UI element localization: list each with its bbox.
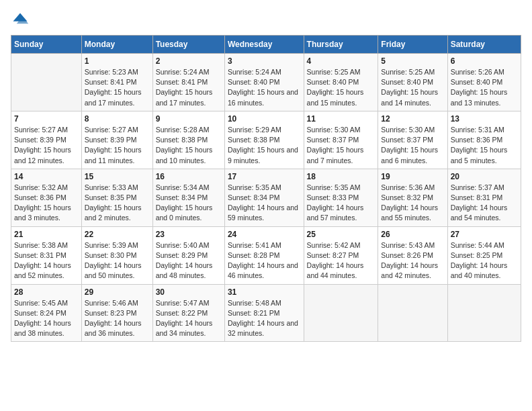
day-number: 6 (451, 56, 518, 66)
calendar-cell: 12Sunrise: 5:30 AMSunset: 8:37 PMDayligh… (378, 111, 447, 169)
calendar-cell: 10Sunrise: 5:29 AMSunset: 8:38 PMDayligh… (224, 111, 304, 169)
day-number: 8 (85, 114, 150, 124)
day-number: 31 (228, 287, 301, 297)
day-info: Sunrise: 5:44 AMSunset: 8:25 PMDaylight:… (451, 240, 518, 281)
day-number: 13 (451, 114, 518, 124)
day-number: 30 (156, 287, 222, 297)
header-cell-friday: Friday (378, 36, 447, 54)
calendar-cell: 29Sunrise: 5:46 AMSunset: 8:23 PMDayligh… (81, 284, 152, 342)
header-cell-monday: Monday (81, 36, 152, 54)
logo (11, 11, 32, 30)
calendar-cell: 5Sunrise: 5:25 AMSunset: 8:40 PMDaylight… (378, 54, 447, 111)
day-info: Sunrise: 5:40 AMSunset: 8:29 PMDaylight:… (156, 240, 222, 281)
calendar-cell (304, 284, 378, 342)
calendar-cell: 9Sunrise: 5:28 AMSunset: 8:38 PMDaylight… (152, 111, 224, 169)
calendar-body: 1Sunrise: 5:23 AMSunset: 8:41 PMDaylight… (11, 54, 521, 342)
calendar-cell: 27Sunrise: 5:44 AMSunset: 8:25 PMDayligh… (447, 226, 521, 284)
day-number: 3 (228, 56, 301, 66)
header-cell-sunday: Sunday (11, 36, 82, 54)
day-info: Sunrise: 5:47 AMSunset: 8:22 PMDaylight:… (156, 298, 222, 339)
calendar-table: SundayMondayTuesdayWednesdayThursdayFrid… (11, 35, 521, 342)
day-number: 27 (451, 230, 518, 239)
week-row-1: 1Sunrise: 5:23 AMSunset: 8:41 PMDaylight… (11, 54, 521, 111)
day-number: 19 (381, 172, 444, 181)
calendar-cell: 24Sunrise: 5:41 AMSunset: 8:28 PMDayligh… (224, 226, 304, 284)
header-cell-tuesday: Tuesday (152, 36, 224, 54)
calendar-cell (378, 284, 447, 342)
day-info: Sunrise: 5:48 AMSunset: 8:21 PMDaylight:… (228, 298, 301, 339)
day-number: 11 (307, 114, 375, 124)
day-info: Sunrise: 5:24 AMSunset: 8:40 PMDaylight:… (228, 67, 301, 108)
calendar-cell: 25Sunrise: 5:42 AMSunset: 8:27 PMDayligh… (304, 226, 378, 284)
day-number: 1 (85, 56, 150, 66)
day-number: 25 (307, 230, 375, 239)
day-info: Sunrise: 5:31 AMSunset: 8:36 PMDaylight:… (451, 125, 518, 166)
calendar-cell: 11Sunrise: 5:30 AMSunset: 8:37 PMDayligh… (304, 111, 378, 169)
calendar-cell: 3Sunrise: 5:24 AMSunset: 8:40 PMDaylight… (224, 54, 304, 111)
calendar-cell: 18Sunrise: 5:35 AMSunset: 8:33 PMDayligh… (304, 169, 378, 226)
calendar-cell: 16Sunrise: 5:34 AMSunset: 8:34 PMDayligh… (152, 169, 224, 226)
header (11, 11, 521, 30)
day-number: 4 (307, 56, 375, 66)
calendar-cell: 6Sunrise: 5:26 AMSunset: 8:40 PMDaylight… (447, 54, 521, 111)
day-info: Sunrise: 5:29 AMSunset: 8:38 PMDaylight:… (228, 125, 301, 166)
calendar-cell: 15Sunrise: 5:33 AMSunset: 8:35 PMDayligh… (81, 169, 152, 226)
calendar-cell: 4Sunrise: 5:25 AMSunset: 8:40 PMDaylight… (304, 54, 378, 111)
day-number: 12 (381, 114, 444, 124)
day-info: Sunrise: 5:30 AMSunset: 8:37 PMDaylight:… (307, 125, 375, 166)
calendar-cell: 28Sunrise: 5:45 AMSunset: 8:24 PMDayligh… (11, 284, 82, 342)
day-info: Sunrise: 5:32 AMSunset: 8:36 PMDaylight:… (14, 183, 79, 224)
week-row-2: 7Sunrise: 5:27 AMSunset: 8:39 PMDaylight… (11, 111, 521, 169)
day-info: Sunrise: 5:42 AMSunset: 8:27 PMDaylight:… (307, 240, 375, 281)
day-number: 20 (451, 172, 518, 181)
day-number: 28 (14, 287, 79, 297)
day-info: Sunrise: 5:45 AMSunset: 8:24 PMDaylight:… (14, 298, 79, 339)
header-row: SundayMondayTuesdayWednesdayThursdayFrid… (11, 36, 521, 54)
day-info: Sunrise: 5:24 AMSunset: 8:41 PMDaylight:… (156, 67, 222, 108)
day-info: Sunrise: 5:28 AMSunset: 8:38 PMDaylight:… (156, 125, 222, 166)
calendar-cell: 30Sunrise: 5:47 AMSunset: 8:22 PMDayligh… (152, 284, 224, 342)
day-number: 15 (85, 172, 150, 181)
calendar-cell: 23Sunrise: 5:40 AMSunset: 8:29 PMDayligh… (152, 226, 224, 284)
day-info: Sunrise: 5:34 AMSunset: 8:34 PMDaylight:… (156, 183, 222, 224)
day-number: 22 (85, 230, 150, 239)
day-number: 26 (381, 230, 444, 239)
week-row-3: 14Sunrise: 5:32 AMSunset: 8:36 PMDayligh… (11, 169, 521, 226)
day-info: Sunrise: 5:27 AMSunset: 8:39 PMDaylight:… (85, 125, 150, 166)
day-info: Sunrise: 5:27 AMSunset: 8:39 PMDaylight:… (14, 125, 79, 166)
calendar-cell: 26Sunrise: 5:43 AMSunset: 8:26 PMDayligh… (378, 226, 447, 284)
calendar-cell: 17Sunrise: 5:35 AMSunset: 8:34 PMDayligh… (224, 169, 304, 226)
day-number: 29 (85, 287, 150, 297)
calendar-cell (447, 284, 521, 342)
day-info: Sunrise: 5:41 AMSunset: 8:28 PMDaylight:… (228, 240, 301, 281)
day-info: Sunrise: 5:25 AMSunset: 8:40 PMDaylight:… (307, 67, 375, 108)
day-number: 5 (381, 56, 444, 66)
day-number: 14 (14, 172, 79, 181)
day-info: Sunrise: 5:26 AMSunset: 8:40 PMDaylight:… (451, 67, 518, 108)
day-number: 23 (156, 230, 222, 239)
calendar-cell: 14Sunrise: 5:32 AMSunset: 8:36 PMDayligh… (11, 169, 82, 226)
logo-icon (11, 11, 30, 30)
calendar-cell: 22Sunrise: 5:39 AMSunset: 8:30 PMDayligh… (81, 226, 152, 284)
day-number: 9 (156, 114, 222, 124)
day-info: Sunrise: 5:25 AMSunset: 8:40 PMDaylight:… (381, 67, 444, 108)
calendar-cell: 31Sunrise: 5:48 AMSunset: 8:21 PMDayligh… (224, 284, 304, 342)
calendar-cell: 21Sunrise: 5:38 AMSunset: 8:31 PMDayligh… (11, 226, 82, 284)
day-info: Sunrise: 5:38 AMSunset: 8:31 PMDaylight:… (14, 240, 79, 281)
calendar-header: SundayMondayTuesdayWednesdayThursdayFrid… (11, 36, 521, 54)
calendar-cell: 13Sunrise: 5:31 AMSunset: 8:36 PMDayligh… (447, 111, 521, 169)
calendar-cell: 7Sunrise: 5:27 AMSunset: 8:39 PMDaylight… (11, 111, 82, 169)
day-number: 24 (228, 230, 301, 239)
day-number: 16 (156, 172, 222, 181)
day-info: Sunrise: 5:23 AMSunset: 8:41 PMDaylight:… (85, 67, 150, 108)
calendar-cell (11, 54, 82, 111)
day-info: Sunrise: 5:43 AMSunset: 8:26 PMDaylight:… (381, 240, 444, 281)
day-info: Sunrise: 5:30 AMSunset: 8:37 PMDaylight:… (381, 125, 444, 166)
calendar-cell: 1Sunrise: 5:23 AMSunset: 8:41 PMDaylight… (81, 54, 152, 111)
day-info: Sunrise: 5:35 AMSunset: 8:33 PMDaylight:… (307, 183, 375, 224)
day-number: 18 (307, 172, 375, 181)
calendar-cell: 19Sunrise: 5:36 AMSunset: 8:32 PMDayligh… (378, 169, 447, 226)
day-info: Sunrise: 5:46 AMSunset: 8:23 PMDaylight:… (85, 298, 150, 339)
day-number: 21 (14, 230, 79, 239)
calendar-cell: 8Sunrise: 5:27 AMSunset: 8:39 PMDaylight… (81, 111, 152, 169)
